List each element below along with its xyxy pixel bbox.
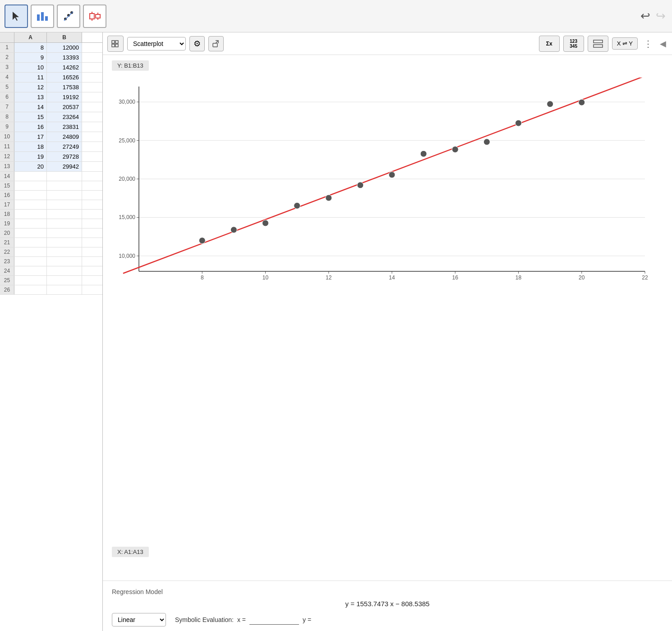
table-row[interactable]: 14 [0, 172, 102, 181]
cell-a[interactable] [14, 266, 47, 275]
cell-b[interactable]: 20537 [47, 102, 82, 112]
cell-b[interactable]: 24809 [47, 132, 82, 142]
table-row[interactable]: 13 20 29942 [0, 162, 102, 172]
cell-a[interactable]: 11 [14, 73, 47, 82]
cell-b[interactable]: 16526 [47, 73, 82, 82]
cell-b[interactable] [47, 285, 82, 294]
merge-button[interactable] [588, 36, 608, 52]
cell-b[interactable] [47, 181, 82, 190]
cell-a[interactable] [14, 257, 47, 266]
cell-a[interactable] [14, 191, 47, 200]
cell-a[interactable]: 16 [14, 122, 47, 132]
cell-a[interactable] [14, 219, 47, 228]
table-row[interactable]: 7 14 20537 [0, 102, 102, 112]
cell-a[interactable] [14, 172, 47, 181]
table-row[interactable]: 8 15 23264 [0, 112, 102, 122]
undo-button[interactable]: ↩ [639, 7, 652, 25]
table-row[interactable]: 23 [0, 257, 102, 266]
cell-b[interactable]: 23264 [47, 112, 82, 122]
cell-b[interactable] [47, 266, 82, 275]
cell-b[interactable] [47, 219, 82, 228]
cell-b[interactable]: 14262 [47, 63, 82, 72]
table-row[interactable]: 5 12 17538 [0, 82, 102, 92]
cell-b[interactable] [47, 238, 82, 247]
xy-swap-button[interactable]: X ⇌ Y [612, 37, 638, 50]
chart-panel: Scatterplot Line Chart Bar Chart ⚙ Σx 12… [103, 32, 672, 631]
table-row[interactable]: 22 [0, 247, 102, 257]
table-row[interactable]: 19 [0, 219, 102, 229]
table-row[interactable]: 11 18 27249 [0, 142, 102, 152]
cell-a[interactable]: 10 [14, 63, 47, 72]
list-button[interactable] [107, 36, 124, 52]
more-button[interactable]: ⋮ [641, 36, 655, 52]
table-row[interactable]: 10 17 24809 [0, 132, 102, 142]
cell-a[interactable] [14, 200, 47, 209]
table-row[interactable]: 15 [0, 181, 102, 191]
cell-a[interactable]: 12 [14, 82, 47, 92]
cell-a[interactable]: 14 [14, 102, 47, 112]
cell-b[interactable]: 29728 [47, 152, 82, 161]
cell-b[interactable] [47, 210, 82, 219]
cell-a[interactable] [14, 229, 47, 238]
sigma-button[interactable]: Σx [539, 36, 560, 52]
table-row[interactable]: 1 8 12000 [0, 43, 102, 53]
table-row[interactable]: 17 [0, 200, 102, 210]
table-row[interactable]: 24 [0, 266, 102, 276]
table-row[interactable]: 26 [0, 285, 102, 295]
cell-a[interactable]: 17 [14, 132, 47, 142]
cell-a[interactable]: 20 [14, 162, 47, 171]
table-row[interactable]: 25 [0, 276, 102, 285]
table-row[interactable]: 4 11 16526 [0, 73, 102, 82]
cell-a[interactable] [14, 247, 47, 256]
cell-a[interactable]: 18 [14, 142, 47, 151]
bar-chart-tool[interactable] [31, 5, 54, 28]
cell-b[interactable]: 27249 [47, 142, 82, 151]
cell-a[interactable]: 19 [14, 152, 47, 161]
cell-b[interactable] [47, 229, 82, 238]
regression-type-select[interactable]: Linear Quadratic Exponential Logarithmic… [112, 613, 166, 626]
cell-a[interactable] [14, 210, 47, 219]
settings-button[interactable]: ⚙ [189, 36, 205, 51]
table-row[interactable]: 12 19 29728 [0, 152, 102, 162]
boxplot-tool[interactable] [83, 5, 106, 28]
cell-b[interactable]: 19192 [47, 92, 82, 102]
cell-a[interactable]: 9 [14, 53, 47, 62]
table-row[interactable]: 21 [0, 238, 102, 247]
cell-b[interactable]: 12000 [47, 43, 82, 52]
cell-a[interactable] [14, 181, 47, 190]
cell-b[interactable]: 29942 [47, 162, 82, 171]
table-button[interactable]: 123345 [563, 36, 584, 52]
table-row[interactable]: 2 9 13393 [0, 53, 102, 63]
cell-b[interactable] [47, 200, 82, 209]
table-row[interactable]: 9 16 23831 [0, 122, 102, 132]
table-row[interactable]: 18 [0, 210, 102, 219]
svg-text:8: 8 [201, 274, 204, 281]
export-button[interactable] [208, 36, 224, 51]
select-tool[interactable] [5, 5, 28, 28]
chart-type-select[interactable]: Scatterplot Line Chart Bar Chart [127, 37, 186, 50]
cell-b[interactable] [47, 191, 82, 200]
cell-b[interactable] [47, 276, 82, 285]
cell-a[interactable] [14, 276, 47, 285]
cell-b[interactable] [47, 247, 82, 256]
cell-a[interactable] [14, 285, 47, 294]
table-row[interactable]: 6 13 19192 [0, 92, 102, 102]
row-num-header [0, 32, 14, 42]
cell-a[interactable] [14, 238, 47, 247]
scatter-tool[interactable] [57, 5, 80, 28]
cell-a[interactable]: 15 [14, 112, 47, 122]
cell-a[interactable]: 8 [14, 43, 47, 52]
table-row[interactable]: 20 [0, 229, 102, 238]
table-row[interactable]: 16 [0, 191, 102, 200]
redo-button[interactable]: ↪ [654, 7, 667, 25]
cell-b[interactable] [47, 172, 82, 181]
cell-b[interactable]: 23831 [47, 122, 82, 132]
spreadsheet: A B 1 8 12000 2 9 13393 3 10 14262 4 11 … [0, 32, 103, 631]
cell-b[interactable]: 17538 [47, 82, 82, 92]
cell-b[interactable] [47, 257, 82, 266]
cell-b[interactable]: 13393 [47, 53, 82, 62]
x-input[interactable] [249, 615, 299, 625]
cell-a[interactable]: 13 [14, 92, 47, 102]
collapse-button[interactable]: ◀ [658, 36, 667, 52]
table-row[interactable]: 3 10 14262 [0, 63, 102, 73]
